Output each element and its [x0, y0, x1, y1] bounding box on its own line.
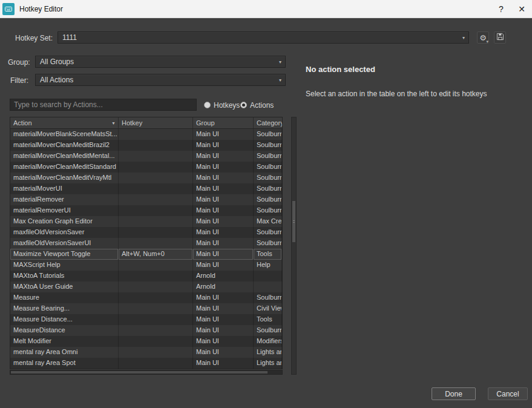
done-button[interactable]: Done	[432, 387, 476, 400]
table-row[interactable]: MeasureMain UISoulburnS	[10, 292, 282, 303]
cell-hotkey	[119, 292, 193, 303]
column-header-action[interactable]: Action ▼	[10, 117, 119, 128]
filter-label: Filter:	[10, 76, 28, 85]
horizontal-scrollbar-thumb[interactable]	[11, 371, 268, 373]
search-input[interactable]	[10, 99, 197, 111]
help-button[interactable]: ?	[491, 0, 511, 18]
table-row[interactable]: materialMoverCleanMeditStandardMain UISo…	[10, 162, 282, 173]
table-row[interactable]: materialRemoverUIMain UISoulburnS	[10, 205, 282, 216]
hotkey-set-settings-button[interactable]: ⚙ ▾	[477, 31, 489, 44]
table-row[interactable]: maxfileOldVersionSaverMain UISoulburnS	[10, 227, 282, 238]
cell-category: SoulburnS	[254, 183, 282, 194]
chevron-down-icon: ▾	[462, 35, 465, 41]
table-row[interactable]: Max Creation Graph EditorMain UIMax Crea	[10, 216, 282, 227]
window-title: Hotkey Editor	[19, 5, 63, 13]
cell-group: Main UI	[193, 183, 254, 194]
table-row[interactable]: Measure Distance...Main UITools	[10, 314, 282, 325]
cell-category: SoulburnS	[254, 140, 282, 151]
cell-category: Civil View	[254, 303, 282, 314]
cell-group: Main UI	[193, 292, 254, 303]
group-combo[interactable]: All Groups ▾	[35, 56, 286, 68]
cell-action: materialMoverCleanMeditMental...	[10, 151, 119, 162]
sort-down-icon: ▼	[111, 121, 116, 125]
group-value: All Groups	[40, 58, 74, 66]
table-row[interactable]: MAXtoA User GuideArnold	[10, 281, 282, 292]
cell-hotkey	[119, 227, 193, 238]
cell-hotkey	[119, 260, 193, 271]
vertical-scrollbar-thumb[interactable]	[292, 201, 295, 242]
column-header-category[interactable]: Category	[254, 117, 282, 128]
vertical-scrollbar[interactable]	[291, 117, 297, 375]
cell-hotkey	[119, 162, 193, 173]
cell-action: Max Creation Graph Editor	[10, 216, 119, 227]
cell-hotkey	[119, 303, 193, 314]
cell-category: SoulburnS	[254, 227, 282, 238]
actions-table: Action ▼ Hotkey Group Category materialM…	[10, 117, 283, 369]
cell-group: Main UI	[193, 205, 254, 216]
horizontal-scrollbar[interactable]	[10, 370, 283, 375]
table-row[interactable]: mental ray Area SpotMain UILights an	[10, 358, 282, 369]
table-row[interactable]: mental ray Area OmniMain UILights an	[10, 347, 282, 358]
radio-actions[interactable]	[240, 102, 247, 108]
cell-group: Main UI	[193, 194, 254, 205]
radio-hotkeys-label[interactable]: Hotkeys	[214, 101, 240, 110]
table-row[interactable]: MAXScript HelpMain UIHelp	[10, 260, 282, 271]
cell-action: Measure Bearing...	[10, 303, 119, 314]
radio-hotkeys[interactable]	[204, 102, 211, 108]
chevron-down-icon: ▾	[279, 59, 281, 65]
filter-combo[interactable]: All Actions ▾	[35, 74, 286, 86]
cell-category: SoulburnS	[254, 205, 282, 216]
column-header-group[interactable]: Group	[193, 117, 254, 128]
cell-hotkey	[119, 347, 193, 358]
cell-hotkey	[119, 314, 193, 325]
cell-action: MeasureDistance	[10, 325, 119, 336]
cell-action: mental ray Area Spot	[10, 358, 119, 369]
cell-category: SoulburnS	[254, 194, 282, 205]
table-row[interactable]: materialMoverUIMain UISoulburnS	[10, 183, 282, 194]
cell-group: Main UI	[193, 227, 254, 238]
cancel-button[interactable]: Cancel	[488, 387, 528, 400]
cell-hotkey	[119, 151, 193, 162]
cell-group: Main UI	[193, 314, 254, 325]
cell-category: SoulburnS	[254, 292, 282, 303]
cell-action: MAXtoA User Guide	[10, 281, 119, 292]
no-action-selected-title: No action selected	[306, 65, 375, 74]
column-header-hotkey[interactable]: Hotkey	[119, 117, 193, 128]
table-row[interactable]: materialMoverCleanMeditMental...Main UIS…	[10, 151, 282, 162]
cell-group: Main UI	[193, 129, 254, 140]
cell-group: Main UI	[193, 140, 254, 151]
cell-action: materialMoverBlankSceneMatsSt...	[10, 129, 119, 140]
table-row[interactable]: maxfileOldVersionSaverUIMain UISoulburnS	[10, 238, 282, 249]
cell-group: Main UI	[193, 238, 254, 249]
save-hotkey-set-button[interactable]	[494, 31, 506, 44]
cell-action: materialMoverCleanMeditBrazil2	[10, 140, 119, 151]
hotkey-set-value: 1111	[62, 33, 77, 42]
close-button[interactable]: ✕	[511, 0, 532, 18]
table-row[interactable]: materialMoverBlankSceneMatsSt...Main UIS…	[10, 129, 282, 140]
cell-action: materialMoverCleanMeditVrayMtl	[10, 173, 119, 183]
cell-action: Melt Modifier	[10, 336, 119, 347]
table-row[interactable]: MAXtoA TutorialsArnold	[10, 271, 282, 281]
save-icon	[496, 33, 504, 42]
table-row[interactable]: materialMoverCleanMeditBrazil2Main UISou…	[10, 140, 282, 151]
radio-actions-label[interactable]: Actions	[250, 101, 274, 110]
hotkey-editor-window: Hotkey Editor ? ✕ Hotkey Set: 1111 ▾ ⚙ ▾…	[0, 0, 532, 408]
cell-category: SoulburnS	[254, 129, 282, 140]
table-row[interactable]: Melt ModifierMain UIModifiers	[10, 336, 282, 347]
cell-category: SoulburnS	[254, 173, 282, 183]
cell-category: SoulburnS	[254, 162, 282, 173]
table-row[interactable]: materialRemoverMain UISoulburnS	[10, 194, 282, 205]
table-row[interactable]: materialMoverCleanMeditVrayMtlMain UISou…	[10, 173, 282, 183]
table-header: Action ▼ Hotkey Group Category	[10, 117, 282, 129]
cell-category: Max Crea	[254, 216, 282, 227]
cell-category: Tools	[254, 314, 282, 325]
hotkey-set-combo[interactable]: 1111 ▾	[57, 31, 469, 44]
table-row[interactable]: Maximize Viewport ToggleAlt+W, Num+0Main…	[10, 249, 282, 260]
cell-action: MAXScript Help	[10, 260, 119, 271]
cell-group: Main UI	[193, 347, 254, 358]
cell-group: Main UI	[193, 216, 254, 227]
table-row[interactable]: Measure Bearing...Main UICivil View	[10, 303, 282, 314]
app-icon	[2, 3, 15, 15]
table-body: materialMoverBlankSceneMatsSt...Main UIS…	[10, 129, 282, 369]
table-row[interactable]: MeasureDistanceMain UISoulburnS	[10, 325, 282, 336]
